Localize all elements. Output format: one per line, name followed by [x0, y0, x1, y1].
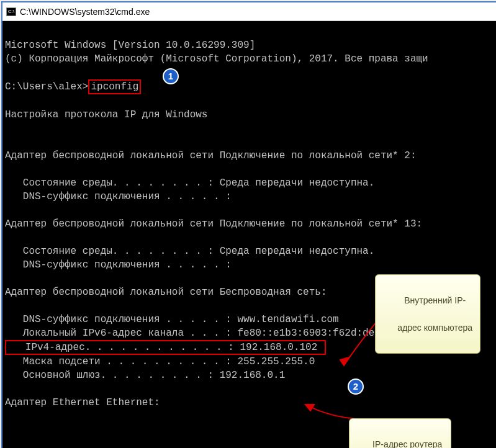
wifi-gateway: Основной шлюз. . . . . . . . . : 192.168…	[5, 370, 285, 381]
callout-router-ip: IP-адрес роутера	[349, 418, 451, 448]
wifi-subnet-mask: Маска подсети . . . . . . . . . . : 255.…	[5, 356, 315, 367]
adapter-4-header: Адаптер Ethernet Ethernet:	[5, 397, 160, 408]
version-line: Microsoft Windows [Version 10.0.16299.30…	[5, 40, 255, 51]
wifi-dns-suffix: DNS-суффикс подключения . . . . . : www.…	[5, 314, 339, 325]
cmd-window: C:\ C:\WINDOWS\system32\cmd.exe Microsof…	[1, 1, 496, 448]
cmd-icon: C:\	[6, 7, 16, 16]
prompt: C:\Users\alex>	[5, 81, 88, 92]
prompt-line: C:\Users\alex>ipconfig	[5, 81, 141, 92]
callout-line-1: Внутренний IP-	[404, 295, 466, 305]
ipv4-highlight: IPv4-адрес. . . . . . . . . . . . : 192.…	[5, 340, 326, 355]
svg-marker-1	[305, 405, 314, 411]
adapter-2-header: Адаптер беспроводной локальной сети Подк…	[5, 218, 422, 230]
ipconfig-heading: Настройка протокола IP для Windows	[5, 109, 207, 120]
wifi-ipv6: Локальный IPv6-адрес канала . . . : fe80…	[5, 328, 392, 339]
window-title: C:\WINDOWS\system32\cmd.exe	[20, 7, 150, 17]
adapter-1-header: Адаптер беспроводной локальной сети Подк…	[5, 150, 417, 161]
terminal-area[interactable]: Microsoft Windows [Version 10.0.16299.30…	[2, 21, 496, 448]
annotation-badge-1: 1	[163, 68, 179, 84]
callout-router-text: IP-адрес роутера	[372, 439, 442, 448]
copyright-line: (c) Корпорация Майкрософт (Microsoft Cor…	[5, 53, 428, 65]
annotation-badge-2: 2	[348, 379, 364, 395]
dns-suffix-2: DNS-суффикс подключения . . . . . :	[5, 259, 232, 271]
titlebar[interactable]: C:\ C:\WINDOWS\system32\cmd.exe	[2, 2, 496, 21]
dns-suffix-1: DNS-суффикс подключения . . . . . :	[5, 191, 232, 202]
media-state-1: Состояние среды. . . . . . . . : Среда п…	[5, 177, 374, 189]
adapter-3-header: Адаптер беспроводной локальной сети Бесп…	[5, 287, 327, 298]
command-highlight: ipconfig	[88, 79, 141, 94]
callout-computer-ip: Внутренний IP- адрес компьютера	[375, 274, 480, 354]
media-state-2: Состояние среды. . . . . . . . : Среда п…	[5, 246, 374, 257]
callout-line-2: адрес компьютера	[397, 323, 472, 333]
svg-marker-0	[340, 357, 349, 365]
